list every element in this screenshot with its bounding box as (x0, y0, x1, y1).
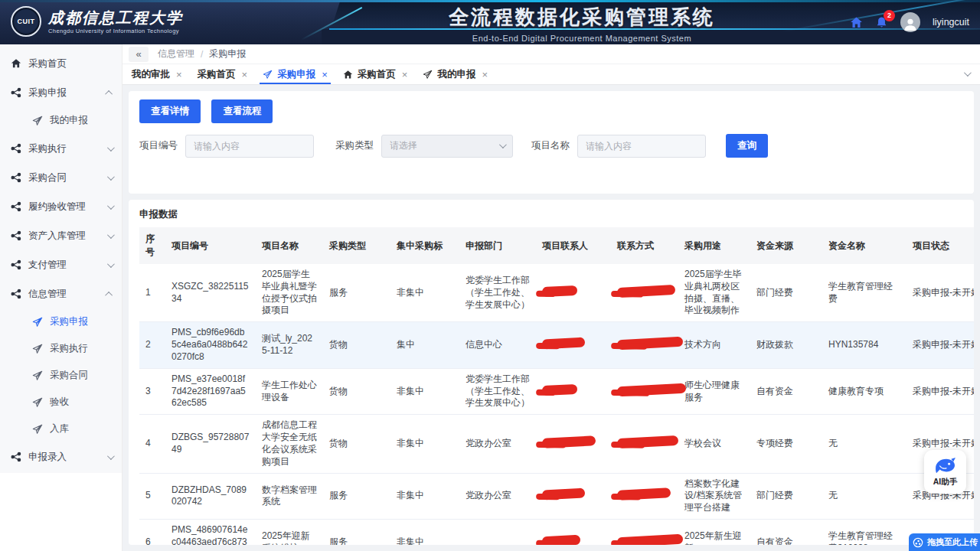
sidebar-item-采购执行[interactable]: 采购执行 (0, 335, 122, 362)
table-cell: 服务 (323, 520, 390, 545)
university-logo: CUIT 成都信息工程大学 Chengdu University of Info… (11, 6, 183, 37)
table-cell: 成都信息工程大学安全无纸化会议系统采购项目 (256, 415, 323, 473)
sidebar-item-采购执行[interactable]: 采购执行 (0, 134, 122, 163)
table-title: 申报数据 (139, 206, 963, 227)
redacted-cell (611, 520, 678, 545)
view-flow-button[interactable]: 查看流程 (211, 99, 273, 123)
sidebar-item-采购申报[interactable]: 采购申报 (0, 78, 122, 107)
table-cell: 党政办公室 (459, 415, 536, 473)
tabbar-chevron-down-icon[interactable] (964, 69, 972, 77)
share-icon (11, 230, 21, 241)
tab-我的审批[interactable]: 我的审批× (132, 64, 182, 84)
table-row[interactable]: 1XSGZC_38225115342025届学生毕业典礼暨学位授予仪式拍摄项目服… (139, 264, 974, 322)
redacted-cell (611, 368, 678, 414)
redaction-scribble (542, 535, 581, 545)
home-icon[interactable] (850, 16, 863, 29)
sidebar-collapse-button[interactable]: « (129, 47, 149, 62)
tab-close-icon[interactable]: × (482, 69, 488, 80)
sidebar-item-采购申报[interactable]: 采购申报 (0, 308, 122, 335)
table-cell: 服务 (323, 264, 390, 322)
plane-icon (32, 424, 43, 435)
tab-采购首页[interactable]: 采购首页× (198, 64, 248, 84)
breadcrumb-parent[interactable]: 信息管理 (158, 47, 194, 60)
search-button[interactable]: 查询 (726, 134, 768, 158)
column-header: 申报部门 (459, 227, 536, 264)
username: liyingcuit (933, 17, 969, 28)
avatar[interactable] (900, 12, 920, 32)
redacted-cell (536, 415, 611, 473)
table-cell: 2025年迎新系统维护 (256, 520, 323, 545)
home-icon (11, 58, 21, 69)
tab-close-icon[interactable]: × (242, 69, 248, 80)
sidebar-item-采购首页[interactable]: 采购首页 (0, 49, 122, 78)
table-cell: 师生心理健康服务 (678, 368, 750, 414)
notifications-button[interactable]: 2 (875, 16, 888, 29)
table-cell: 采购申报-未开始 (906, 322, 974, 368)
tab-我的申报[interactable]: 我的申报× (423, 64, 488, 84)
table-cell: 非集中 (390, 473, 459, 519)
sidebar-item-入库[interactable]: 入库 (0, 416, 122, 442)
table-cell: HYN135784 (822, 322, 906, 368)
redacted-cell (611, 473, 678, 519)
table-row[interactable]: 3PMS_e37ee0018f7d42e28f1697aa562ec585学生工… (139, 368, 974, 414)
tab-close-icon[interactable]: × (176, 69, 182, 80)
sidebar: 采购首页采购申报我的申报采购执行采购合同履约验收管理资产入库管理支付管理信息管理… (0, 44, 122, 473)
tab-close-icon[interactable]: × (322, 69, 328, 80)
sidebar-item-我的申报[interactable]: 我的申报 (0, 107, 122, 134)
ai-assistant-button[interactable]: AI助手 (924, 450, 966, 494)
plane-icon (32, 397, 43, 408)
column-header: 采购类型 (323, 227, 390, 264)
table-row[interactable]: 2PMS_cb9f6e96db5c4ea6a0488b6420270fc8测试_… (139, 322, 974, 368)
whale-icon (934, 457, 957, 475)
sidebar-item-支付管理[interactable]: 支付管理 (0, 250, 122, 279)
university-name-cn: 成都信息工程大学 (48, 9, 183, 26)
plane-icon (32, 344, 43, 354)
table-cell: PMS_e37ee0018f7d42e28f1697aa562ec585 (165, 368, 256, 414)
sidebar-item-采购合同[interactable]: 采购合同 (0, 163, 122, 192)
table-cell: 采购申报-未开始 (906, 264, 974, 322)
redacted-cell (611, 264, 678, 322)
table-row[interactable]: 4DZBGS_9572880749成都信息工程大学安全无纸化会议系统采购项目货物… (139, 415, 974, 473)
plane-icon (32, 116, 43, 126)
table-row[interactable]: 5DZBZHDAS_7089020742数字档案管理系统服务非集中党政办公室档案… (139, 473, 974, 519)
share-icon (11, 201, 21, 212)
drag-upload-bar[interactable]: 拖拽至此上传 (909, 533, 980, 551)
column-header: 资金来源 (750, 227, 822, 264)
sidebar-item-申报录入[interactable]: 申报录入 (0, 442, 122, 471)
table-cell (459, 520, 536, 545)
chevron-down-icon (107, 260, 115, 268)
share-icon (11, 143, 21, 154)
tab-采购首页[interactable]: 采购首页× (343, 64, 408, 84)
sidebar-item-信息管理[interactable]: 信息管理 (0, 279, 122, 308)
table-cell: 学校会议 (678, 415, 750, 473)
share-icon (11, 87, 21, 98)
project-name-label: 项目名称 (531, 139, 570, 152)
table-cell: 自有资金 (750, 520, 822, 545)
sidebar-item-验收[interactable]: 验收 (0, 389, 122, 416)
column-header: 集中采购标 (390, 227, 459, 264)
table-row[interactable]: 6PMS_486907614ec04463aed76c873ea613ac202… (139, 520, 974, 545)
redacted-cell (611, 322, 678, 368)
tab-close-icon[interactable]: × (402, 69, 408, 80)
table-cell: 2025届学生毕业典礼两校区拍摄、直播、毕业视频制作 (678, 264, 750, 322)
table-cell: 2025届学生毕业典礼暨学位授予仪式拍摄项目 (256, 264, 323, 322)
redacted-cell (536, 264, 611, 322)
purchase-type-select[interactable]: 请选择 (381, 135, 513, 158)
table-cell: 采购申报-未开始 (906, 368, 974, 414)
table-cell: 1 (139, 264, 165, 322)
purchase-type-label: 采购类型 (335, 139, 374, 152)
project-code-input[interactable] (185, 135, 314, 158)
table-cell: 自有资金 (750, 368, 822, 414)
tab-采购申报[interactable]: 采购申报× (263, 64, 328, 84)
sidebar-item-资产入库管理[interactable]: 资产入库管理 (0, 221, 122, 250)
sidebar-item-履约验收管理[interactable]: 履约验收管理 (0, 192, 122, 221)
plane-icon (423, 70, 433, 80)
column-header: 项目联系人 (536, 227, 611, 264)
project-name-input[interactable] (577, 135, 706, 158)
table-cell: 数字档案管理系统 (256, 473, 323, 519)
redaction-scribble (542, 337, 586, 350)
plane-icon (32, 317, 43, 328)
view-detail-button[interactable]: 查看详情 (139, 99, 201, 123)
sidebar-item-采购合同[interactable]: 采购合同 (0, 362, 122, 389)
table-cell: 货物 (323, 368, 390, 414)
